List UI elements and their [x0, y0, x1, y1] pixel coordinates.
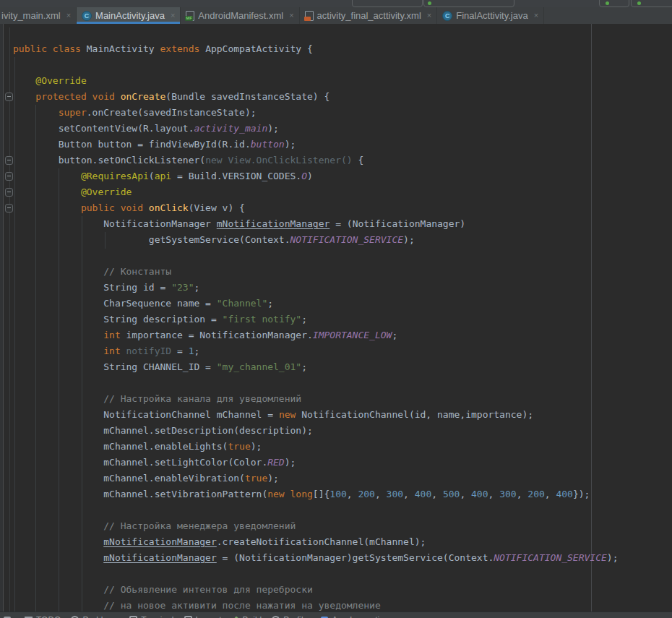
code-line[interactable]: @RequiresApi(api = Build.VERSION_CODES.O…: [13, 168, 619, 184]
layout-file-icon: [305, 11, 314, 21]
tool-window-button-label: Build: [243, 615, 262, 618]
editor-gutter: [0, 24, 4, 611]
java-class-icon: C: [82, 11, 92, 21]
tool-window-button-terminal[interactable]: Terminal: [129, 615, 173, 618]
tab-mainactivity-java[interactable]: CMainActivity.java×: [77, 7, 181, 24]
code-line[interactable]: // Константы: [13, 264, 619, 280]
editor-tab-bar: ivity_main.xml×CMainActivity.java×MFAndr…: [0, 7, 672, 24]
code-line[interactable]: getSystemService(Context.NOTIFICATION_SE…: [13, 232, 619, 248]
tab-activity-main-xml[interactable]: ivity_main.xml×: [0, 7, 77, 24]
run-config-dropdown[interactable]: [352, 0, 423, 7]
code-line[interactable]: public class MainActivity extends AppCom…: [13, 41, 619, 57]
code-line[interactable]: [13, 57, 619, 73]
tab-close-icon[interactable]: ×: [289, 12, 293, 20]
code-line[interactable]: mChannel.enableLights(true);: [13, 439, 619, 455]
manifest-file-icon: MF: [186, 11, 194, 21]
tab-label: ivity_main.xml: [1, 10, 61, 21]
code-line[interactable]: String id = "23";: [13, 280, 619, 296]
tool-window-button-app-inspection[interactable]: App Inspection: [321, 615, 389, 618]
java-class-icon: C: [442, 11, 452, 21]
fold-marker[interactable]: [5, 172, 13, 181]
code-line[interactable]: // Настройка канала для уведомлений: [13, 391, 619, 407]
code-line[interactable]: protected void onCreate(Bundle savedInst…: [13, 89, 619, 105]
tab-label: AndroidManifest.xml: [198, 10, 283, 21]
toolbar-button-group-1[interactable]: [599, 0, 629, 7]
tool-window-button-todo[interactable]: TODO: [25, 615, 61, 618]
device-dropdown[interactable]: [423, 0, 514, 7]
code-line[interactable]: [13, 375, 619, 391]
tab-androidmanifest-xml[interactable]: MFAndroidManifest.xml×: [181, 7, 299, 24]
fold-marker[interactable]: [5, 204, 13, 213]
code-line[interactable]: super.onCreate(savedInstanceState);: [13, 105, 619, 121]
main-toolbar: [0, 0, 672, 7]
run-status-dot: [606, 1, 609, 5]
code-line[interactable]: CharSequence name = "Channel";: [13, 296, 619, 312]
tool-window-button-logcat[interactable]: Logcat: [184, 615, 222, 618]
code-line[interactable]: NotificationChannel mChannel = new Notif…: [13, 407, 619, 423]
tool-window-button-label: Terminal: [141, 615, 173, 618]
tool-window-button-label: Problems: [82, 615, 119, 618]
tab-close-icon[interactable]: ×: [427, 12, 431, 20]
fold-marker[interactable]: [5, 188, 13, 197]
ide-window: ivity_main.xml×CMainActivity.java×MFAndr…: [0, 0, 672, 618]
code-editor[interactable]: public class MainActivity extends AppCom…: [0, 24, 672, 611]
tab-close-icon[interactable]: ×: [66, 12, 71, 20]
tool-window-button-profiler[interactable]: Profiler: [272, 615, 311, 618]
code-line[interactable]: mNotificationManager = (NotificationMana…: [13, 550, 619, 566]
tool-window-button-label: TODO: [36, 615, 61, 618]
code-line[interactable]: [13, 248, 619, 264]
code-line[interactable]: Button button = findViewById(R.id.button…: [13, 137, 619, 153]
code-line[interactable]: // Обьявление интентов для переброски: [13, 582, 619, 598]
code-line[interactable]: int notifyID = 1;: [13, 343, 619, 359]
code-line[interactable]: // на новое активити после нажатия на ув…: [13, 598, 619, 611]
code-line[interactable]: mNotificationManager.createNotificationC…: [13, 534, 619, 550]
code-line[interactable]: @Override: [13, 73, 619, 89]
code-line[interactable]: button.setOnClickListener(new View.OnCli…: [13, 153, 619, 168]
code-line[interactable]: mChannel.enableVibration(true);: [13, 471, 619, 486]
tab-finalacttivity-java[interactable]: CFinalActtivity.java×: [437, 7, 544, 24]
fold-gutter-line: [9, 27, 10, 611]
tool-window-button-label: Profiler: [283, 615, 311, 618]
fold-marker[interactable]: [5, 93, 13, 101]
code-line[interactable]: mChannel.setVibrationPattern(new long[]{…: [13, 486, 619, 502]
code-line[interactable]: NotificationManager mNotificationManager…: [13, 216, 619, 232]
tool-window-button-label: Logcat: [196, 615, 222, 618]
code-line[interactable]: [13, 566, 619, 582]
code-line[interactable]: // Настройка менеджера уведомлений: [13, 518, 619, 534]
code-line[interactable]: public void onClick(View v) {: [13, 200, 619, 216]
code-line[interactable]: int importance = NotificationManager.IMP…: [13, 327, 619, 343]
tab-close-icon[interactable]: ×: [171, 12, 175, 20]
code-line[interactable]: String description = "first notify";: [13, 312, 619, 327]
code-line[interactable]: [13, 502, 619, 518]
code-line[interactable]: @Override: [13, 184, 619, 200]
tab-label: MainActivity.java: [95, 10, 165, 21]
code-area[interactable]: public class MainActivity extends AppCom…: [13, 41, 619, 611]
tool-window-bar: TODOProblemsTerminalLogcatBuildProfilerA…: [0, 611, 672, 618]
tab-label: FinalActtivity.java: [456, 10, 527, 21]
tool-window-button-build[interactable]: Build: [232, 615, 262, 618]
tab-label: activity_final_acttivity.xml: [317, 10, 421, 21]
code-line[interactable]: mChannel.setDescription(description);: [13, 423, 619, 439]
code-line[interactable]: mChannel.setLightColor(Color.RED);: [13, 455, 619, 471]
fold-marker[interactable]: [5, 156, 13, 165]
debug-status-dot: [637, 1, 641, 5]
code-line[interactable]: String CHANNEL_ID = "my_channel_01";: [13, 359, 619, 375]
tab-close-icon[interactable]: ×: [534, 12, 538, 20]
tool-window-button-label: App Inspection: [332, 615, 389, 618]
code-line[interactable]: setContentView(R.layout.activity_main);: [13, 121, 619, 137]
tool-window-button-problems[interactable]: Problems: [71, 615, 119, 618]
device-status-dot: [428, 1, 431, 5]
tab-activity-final-acttivity-xml[interactable]: activity_final_acttivity.xml×: [300, 7, 438, 24]
